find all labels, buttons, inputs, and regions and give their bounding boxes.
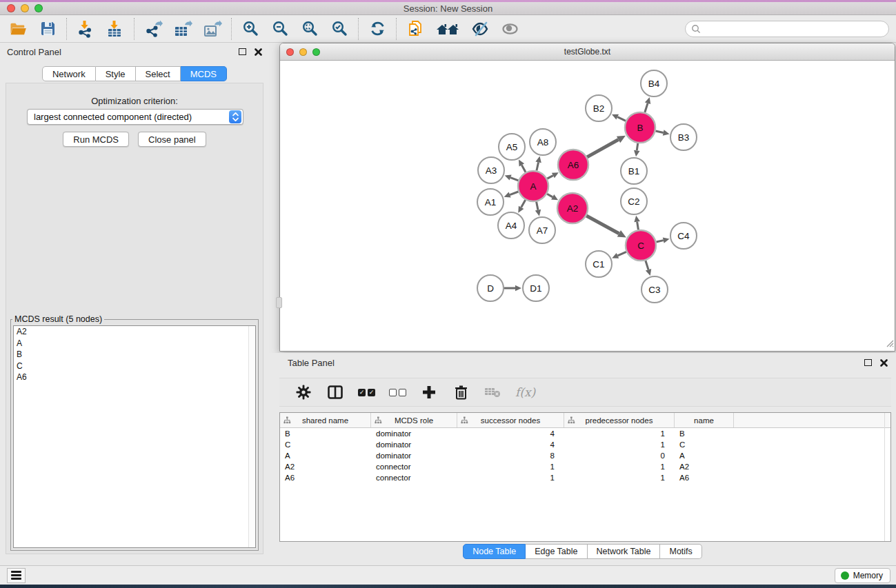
clone-network-icon[interactable] xyxy=(406,19,425,39)
edge-A6-B[interactable] xyxy=(587,140,618,157)
edge-A-A1[interactable] xyxy=(510,192,518,195)
home-pages-icon[interactable] xyxy=(435,19,460,39)
column-header-shared-name[interactable]: shared name xyxy=(280,413,371,427)
mcds-result-list[interactable]: A2ABCA6 xyxy=(13,325,256,548)
edge-C-C3[interactable] xyxy=(646,261,648,270)
edge-C-C4[interactable] xyxy=(656,241,663,242)
edge-A-A2[interactable] xyxy=(547,194,552,197)
float-table-panel-icon[interactable] xyxy=(864,359,872,366)
edge-A-A7[interactable] xyxy=(537,202,538,210)
cell-successor-nodes[interactable]: 1 xyxy=(457,463,564,471)
edge-A-A5[interactable] xyxy=(521,165,526,172)
mcds-result-item[interactable]: B xyxy=(14,349,255,361)
export-table-icon[interactable] xyxy=(173,19,192,39)
cell-predecessor-nodes[interactable]: 0 xyxy=(564,452,675,460)
edge-B-B1[interactable] xyxy=(637,143,638,151)
edge-A2-C[interactable] xyxy=(586,216,619,234)
open-folder-icon[interactable] xyxy=(8,19,28,39)
zoom-out-icon[interactable] xyxy=(270,19,290,39)
tab-edge-table[interactable]: Edge Table xyxy=(526,544,587,559)
edge-B-B2[interactable] xyxy=(617,117,626,121)
cell-name[interactable]: C xyxy=(675,440,734,449)
tab-network[interactable]: Network xyxy=(42,66,96,81)
network-window-titlebar[interactable]: testGlobe.txt xyxy=(280,43,895,61)
refresh-layout-icon[interactable] xyxy=(368,19,387,39)
table-row[interactable]: A6connector11A6 xyxy=(280,472,890,483)
add-column-icon[interactable] xyxy=(420,383,438,401)
mcds-result-item[interactable]: C xyxy=(14,361,255,372)
cell-MCDS-role[interactable]: dominator xyxy=(371,440,457,449)
cell-successor-nodes[interactable]: 4 xyxy=(457,429,564,438)
cell-shared-name[interactable]: A2 xyxy=(280,463,371,471)
edge-B-B3[interactable] xyxy=(655,131,663,133)
column-header-MCDS-role[interactable]: MCDS role xyxy=(371,413,457,427)
table-scrollbar[interactable] xyxy=(884,413,885,541)
mcds-result-item[interactable]: A xyxy=(14,338,255,349)
mcds-result-item[interactable]: A2 xyxy=(14,326,255,338)
column-header-predecessor-nodes[interactable]: predecessor nodes xyxy=(564,413,675,427)
cell-successor-nodes[interactable]: 8 xyxy=(457,452,564,460)
close-panel-icon[interactable] xyxy=(255,48,262,56)
scrollbar-track[interactable] xyxy=(248,326,255,547)
node-table[interactable]: shared nameMCDS rolesuccessor nodesprede… xyxy=(279,412,891,542)
network-canvas[interactable]: B4B2BB3A8A5A6A3B1AA1C2A2A4A7C4CC1DC3D1 xyxy=(281,61,894,350)
cell-successor-nodes[interactable]: 1 xyxy=(457,474,564,482)
edge-A-A3[interactable] xyxy=(510,178,518,181)
cell-predecessor-nodes[interactable]: 1 xyxy=(564,474,675,482)
tab-motifs[interactable]: Motifs xyxy=(660,544,701,559)
criterion-dropdown[interactable]: largest connected component (directed) xyxy=(27,109,243,125)
cell-MCDS-role[interactable]: connector xyxy=(371,463,457,471)
cell-predecessor-nodes[interactable]: 1 xyxy=(564,463,675,471)
cell-name[interactable]: A2 xyxy=(675,463,734,471)
edge-A-A8[interactable] xyxy=(537,162,539,170)
search-input[interactable] xyxy=(701,22,888,36)
search-box[interactable] xyxy=(685,21,889,37)
export-image-icon[interactable] xyxy=(203,19,222,39)
select-all-checkboxes-icon[interactable]: ✓✓ xyxy=(358,389,375,396)
zoom-fit-icon[interactable] xyxy=(300,19,319,39)
delete-column-icon[interactable] xyxy=(452,383,470,401)
cell-predecessor-nodes[interactable]: 1 xyxy=(564,429,675,438)
gear-icon[interactable] xyxy=(295,383,312,401)
save-session-icon[interactable] xyxy=(38,19,57,39)
cell-MCDS-role[interactable]: connector xyxy=(371,474,457,482)
cell-successor-nodes[interactable]: 4 xyxy=(457,440,564,449)
import-network-icon[interactable] xyxy=(76,19,95,39)
tab-node-table[interactable]: Node Table xyxy=(463,544,526,559)
zoom-in-icon[interactable] xyxy=(241,19,260,39)
export-network-icon[interactable] xyxy=(143,19,163,39)
edge-A-A4[interactable] xyxy=(521,200,526,207)
cell-name[interactable]: A xyxy=(675,452,734,460)
table-row[interactable]: A2connector11A2 xyxy=(280,461,890,472)
float-panel-icon[interactable] xyxy=(239,48,246,55)
show-graphics-details-icon[interactable] xyxy=(500,19,519,39)
panel-grip-icon[interactable] xyxy=(276,297,282,308)
tab-style[interactable]: Style xyxy=(96,66,136,81)
column-header-successor-nodes[interactable]: successor nodes xyxy=(457,413,564,427)
cell-name[interactable]: A6 xyxy=(675,474,734,482)
edge-B-B4[interactable] xyxy=(645,103,648,112)
task-history-icon[interactable] xyxy=(7,568,26,583)
edge-C-C2[interactable] xyxy=(637,222,639,230)
column-header-name[interactable]: name xyxy=(675,413,734,427)
cell-MCDS-role[interactable]: dominator xyxy=(371,429,457,438)
tab-mcds[interactable]: MCDS xyxy=(181,66,227,81)
column-view-icon[interactable] xyxy=(326,383,344,401)
table-row[interactable]: Adominator80A xyxy=(280,450,890,461)
cell-name[interactable]: B xyxy=(675,429,734,438)
import-table-icon[interactable] xyxy=(106,19,125,39)
cell-shared-name[interactable]: B xyxy=(280,429,371,438)
deselect-all-checkboxes-icon[interactable] xyxy=(389,389,406,396)
edge-C-C1[interactable] xyxy=(617,252,626,256)
memory-button[interactable]: Memory xyxy=(835,568,890,583)
zoom-selected-icon[interactable] xyxy=(330,19,349,39)
cell-shared-name[interactable]: A6 xyxy=(280,474,371,482)
table-row[interactable]: Cdominator41C xyxy=(280,439,890,450)
hide-graphics-details-icon[interactable] xyxy=(470,19,490,39)
cell-MCDS-role[interactable]: dominator xyxy=(371,452,457,460)
mcds-result-item[interactable]: A6 xyxy=(14,372,255,383)
close-table-panel-icon[interactable] xyxy=(880,359,888,367)
cell-shared-name[interactable]: C xyxy=(280,440,371,449)
window-resize-grip-icon[interactable] xyxy=(884,338,894,350)
tab-network-table[interactable]: Network Table xyxy=(588,544,661,559)
